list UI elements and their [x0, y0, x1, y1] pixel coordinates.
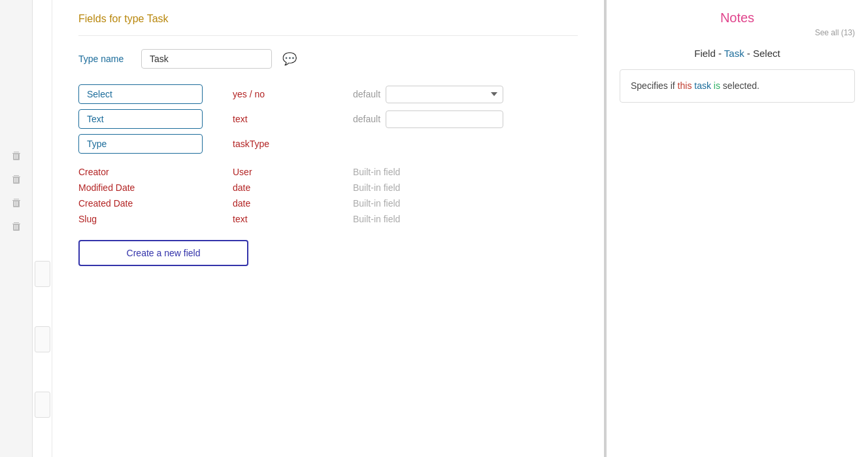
delete-icon-1[interactable] — [7, 150, 26, 161]
field-name-slug: Slug — [78, 214, 203, 224]
default-label-select: default — [353, 89, 380, 99]
create-btn-row: Create a new field — [78, 240, 578, 266]
field-name-cell-select: Select — [78, 84, 222, 104]
field-type-select: yes / no — [233, 89, 265, 99]
mini-panel-1 — [35, 261, 50, 287]
comment-icon[interactable]: 💬 — [282, 52, 297, 66]
field-default-creator: Built-in field — [353, 167, 400, 177]
field-name-cell-created: Created Date — [78, 198, 222, 209]
sidebar — [0, 0, 33, 457]
field-type-cell-type: taskType — [222, 139, 353, 149]
field-name-cell-modified: Modified Date — [78, 182, 222, 193]
field-name-type: Type — [78, 134, 203, 154]
main-content: Fields for type Task Type name 💬 Select … — [52, 0, 607, 457]
field-name-cell-creator: Creator — [78, 167, 222, 177]
field-type-cell-created: date — [222, 198, 353, 209]
field-type-tasktype: taskType — [233, 139, 269, 149]
note-is: is — [714, 80, 720, 91]
delete-icon-3[interactable] — [7, 197, 26, 208]
table-row: Slug text Built-in field — [78, 214, 578, 224]
field-default-slug: Built-in field — [353, 214, 400, 224]
fields-table: Select yes / no default Text text defaul… — [78, 84, 578, 224]
note-this: this — [678, 80, 692, 91]
see-all-link[interactable]: See all (13) — [620, 28, 855, 37]
field-type-creator: User — [233, 167, 252, 177]
field-name-select: Select — [78, 84, 203, 104]
field-name-cell-slug: Slug — [78, 214, 222, 224]
builtin-label-created: Built-in field — [353, 198, 400, 209]
builtin-label-slug: Built-in field — [353, 214, 400, 224]
table-row: Select yes / no default — [78, 84, 578, 104]
field-type-cell-creator: User — [222, 167, 353, 177]
field-type-cell-text: text — [222, 114, 353, 124]
table-row: Type taskType — [78, 134, 578, 154]
field-type-cell-modified: date — [222, 182, 353, 193]
note-box: Specifies if this task is selected. — [620, 69, 855, 103]
page-title: Fields for type Task — [78, 13, 578, 36]
mini-panel-3 — [35, 392, 50, 418]
field-name-creator: Creator — [78, 167, 203, 177]
field-type-cell-select: yes / no — [222, 89, 353, 99]
field-name-modified: Modified Date — [78, 182, 203, 193]
delete-icon-4[interactable] — [7, 221, 26, 231]
delete-icon-2[interactable] — [7, 174, 26, 184]
default-input-text[interactable] — [386, 110, 503, 128]
field-type-cell-slug: text — [222, 214, 353, 224]
field-default-created: Built-in field — [353, 198, 400, 209]
field-default-select: default — [353, 86, 503, 103]
field-name-cell-type: Type — [78, 134, 222, 154]
mini-panel-2 — [35, 326, 50, 352]
field-name-cell-text: Text — [78, 109, 222, 129]
create-new-field-button[interactable]: Create a new field — [78, 240, 248, 266]
type-name-row: Type name 💬 — [78, 49, 578, 69]
field-default-text: default — [353, 110, 503, 128]
notes-title: Notes — [620, 10, 855, 25]
field-type-created: date — [233, 198, 250, 209]
default-select-dropdown[interactable] — [386, 86, 503, 103]
type-name-input[interactable] — [141, 49, 272, 69]
mini-panels — [33, 0, 52, 457]
table-row: Modified Date date Built-in field — [78, 182, 578, 193]
field-name-text: Text — [78, 109, 203, 129]
field-type-modified: date — [233, 182, 250, 193]
builtin-label-modified: Built-in field — [353, 182, 400, 193]
note-subtitle-task: Task — [724, 48, 744, 59]
default-label-text: default — [353, 114, 380, 124]
type-name-label: Type name — [78, 54, 131, 64]
table-row: Created Date date Built-in field — [78, 198, 578, 209]
field-name-created: Created Date — [78, 198, 203, 209]
notes-panel: Notes See all (13) Field - Task - Select… — [607, 0, 868, 457]
field-type-slug: text — [233, 214, 248, 224]
table-row: Creator User Built-in field — [78, 167, 578, 177]
field-type-text: text — [233, 114, 248, 124]
table-row: Text text default — [78, 109, 578, 129]
field-default-modified: Built-in field — [353, 182, 400, 193]
spacer — [78, 159, 578, 167]
note-subtitle: Field - Task - Select — [620, 48, 855, 59]
builtin-label-creator: Built-in field — [353, 167, 400, 177]
note-task: task — [694, 80, 711, 91]
